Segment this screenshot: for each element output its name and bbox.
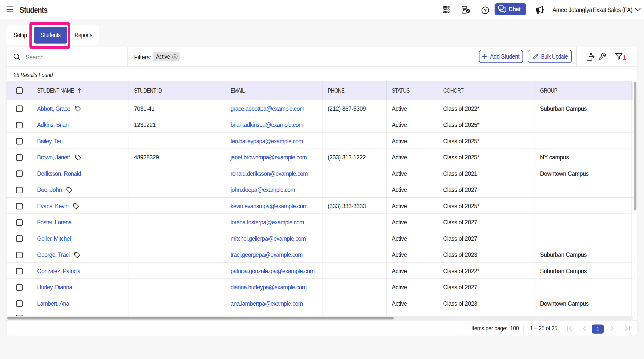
svg-text:?: ? — [484, 8, 487, 13]
